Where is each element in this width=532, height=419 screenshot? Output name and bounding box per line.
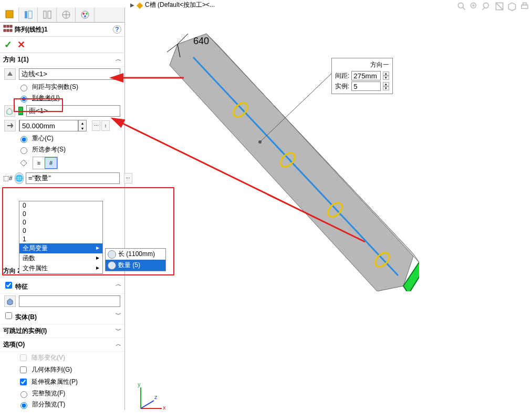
opt-centroid-label: 重心(C) xyxy=(32,134,54,143)
dropdown-item[interactable]: 0 xyxy=(19,201,102,210)
help-icon[interactable]: ? xyxy=(113,25,121,34)
features-select-input[interactable] xyxy=(19,295,120,307)
endcond-icon[interactable] xyxy=(18,157,29,169)
svg-rect-14 xyxy=(48,11,51,18)
radio-spacing[interactable] xyxy=(20,85,27,91)
dropdown-functions[interactable]: 函数▸ xyxy=(19,253,102,263)
dropdown-functions-label: 函数 xyxy=(23,254,35,263)
equation-dropdown[interactable]: 0 0 0 0 1 全局变量▸ 函数▸ 文件属性▸ xyxy=(19,201,103,274)
tab-appearance[interactable] xyxy=(76,7,95,22)
dropdown-item[interactable]: 1 xyxy=(19,235,102,243)
callout-inst-input[interactable] xyxy=(351,81,381,91)
config-tab-icon xyxy=(43,10,52,19)
dropdown-item-label: 0 xyxy=(23,210,26,218)
dropdown-item[interactable]: 0 xyxy=(19,227,102,235)
spin-down-icon[interactable]: ▾ xyxy=(383,86,389,90)
spacing-mode-toggle[interactable]: ≡ # xyxy=(33,157,58,169)
callout-spacing-input[interactable] xyxy=(351,71,381,80)
offset-btn2[interactable]: ↕ xyxy=(101,120,110,131)
radio-selref[interactable] xyxy=(20,147,27,154)
opt-centroid[interactable]: 重心(C) xyxy=(0,133,124,144)
svg-text:x: x xyxy=(163,404,166,411)
reference-face-input[interactable] xyxy=(26,105,120,117)
features-check[interactable] xyxy=(5,282,12,289)
linear-pattern-icon xyxy=(3,25,13,34)
flyout-qty[interactable]: 数量 (5) xyxy=(106,260,165,271)
section-features[interactable]: 特征 ︿ xyxy=(0,278,124,294)
instance-count-input[interactable] xyxy=(26,172,120,184)
tab-property[interactable] xyxy=(19,7,38,22)
globals-flyout[interactable]: 长 (1100mm) 数量 (5) xyxy=(105,248,166,271)
section-skip[interactable]: 可跳过的实例(I) ﹀ xyxy=(0,324,124,338)
features-select-row xyxy=(0,294,124,309)
toggle-count-icon[interactable]: # xyxy=(45,157,57,169)
tab-dimxpert[interactable] xyxy=(57,7,76,22)
ok-button[interactable]: ✓ xyxy=(4,39,12,50)
dropdown-globals[interactable]: 全局变量▸ xyxy=(19,243,102,253)
globe-icon[interactable]: 🌐 xyxy=(15,172,24,184)
svg-point-20 xyxy=(86,13,88,15)
pattern-callout[interactable]: 方向一 间距: ▴▾ 实例: ▴▾ xyxy=(331,58,393,94)
opt-partial-preview[interactable]: 部分预览(T) xyxy=(0,399,124,410)
cancel-button[interactable]: ✕ xyxy=(17,39,25,50)
spin-up-icon[interactable]: ▴ xyxy=(79,120,86,126)
direction-edge-input[interactable] xyxy=(19,68,120,80)
radio-full[interactable] xyxy=(20,391,27,398)
svg-point-21 xyxy=(84,15,86,17)
feature-select-icon[interactable] xyxy=(4,295,16,307)
spin-up-icon[interactable]: ▴ xyxy=(383,71,389,76)
opt-propagate[interactable]: 延伸视象属性(P) xyxy=(0,376,124,388)
opt-spacing-instances[interactable]: 间距与实例数(S) xyxy=(0,81,124,93)
opt-up-to-ref[interactable]: 到参考(U) xyxy=(0,93,124,104)
section-direction2-label: 方向 2 xyxy=(3,267,21,275)
tab-feature-tree[interactable] xyxy=(0,7,19,22)
dropdown-item[interactable]: 0 xyxy=(19,210,102,218)
svg-rect-23 xyxy=(7,25,9,27)
reverse-direction-icon[interactable] xyxy=(4,68,16,80)
opt-uptoref-label: 到参考(U) xyxy=(32,94,60,103)
section-solids-label: 实体(B) xyxy=(15,313,37,321)
radio-partial[interactable] xyxy=(20,402,27,409)
spin-down-icon[interactable]: ▾ xyxy=(383,76,389,80)
dropdown-fileprops[interactable]: 文件属性▸ xyxy=(19,263,102,273)
radio-uptoref[interactable] xyxy=(20,96,27,103)
flyout-length[interactable]: 长 (1100mm) xyxy=(106,249,165,260)
svg-point-19 xyxy=(82,13,85,15)
chevron-up-icon: ︿ xyxy=(116,55,121,64)
section-solids[interactable]: 实体(B) ﹀ xyxy=(0,309,124,324)
section-direction1[interactable]: 方向 1(1) ︿ xyxy=(0,53,124,67)
opt-full-preview[interactable]: 完整预览(F) xyxy=(0,388,124,399)
tab-config[interactable] xyxy=(38,7,57,22)
flyout-length-label: 长 (1100mm) xyxy=(118,250,155,259)
svg-rect-12 xyxy=(28,11,32,18)
check-morph xyxy=(20,354,27,361)
pm-title: 阵列(线性)1 xyxy=(15,25,48,34)
dropdown-item[interactable]: 0 xyxy=(19,218,102,227)
check-geom[interactable] xyxy=(20,366,27,373)
section-options[interactable]: 选项(O) ︿ xyxy=(0,338,124,352)
spin-up-icon[interactable]: ▴ xyxy=(383,82,389,86)
toggle-equal-icon[interactable]: ≡ xyxy=(33,157,45,169)
pm-tabstrip xyxy=(0,7,124,23)
offset-spinner[interactable]: ▴▾ xyxy=(19,120,87,131)
reverse-offset-icon[interactable] xyxy=(4,120,16,131)
opt-morph[interactable]: 随形变化(V) xyxy=(0,352,124,364)
feature-tree-icon xyxy=(5,9,14,19)
chevron-up-icon: ︿ xyxy=(116,280,121,291)
offset-input[interactable] xyxy=(19,120,78,131)
chevron-down-icon: ﹀ xyxy=(116,326,121,335)
dropdown-globals-label: 全局变量 xyxy=(23,244,48,253)
offset-btn1[interactable]: ⋯ xyxy=(92,120,100,131)
check-propagate[interactable] xyxy=(20,379,27,385)
opt-geom[interactable]: 几何体阵列(G) xyxy=(0,364,124,376)
section-options-label: 选项(O) xyxy=(3,340,25,349)
instance-count-row: ⬚# 🌐 ⋯ xyxy=(0,171,124,186)
face-ref-icon[interactable] xyxy=(4,105,15,117)
radio-centroid[interactable] xyxy=(20,136,27,143)
dropdown-item-label: 0 xyxy=(23,202,26,209)
solids-check[interactable] xyxy=(5,312,12,319)
opt-selected-ref[interactable]: 所选参考(S) xyxy=(0,144,124,155)
pm-header: 阵列(线性)1 ? xyxy=(0,23,124,37)
dropdown-item-label: 0 xyxy=(23,219,26,226)
spin-down-icon[interactable]: ▾ xyxy=(79,126,86,131)
